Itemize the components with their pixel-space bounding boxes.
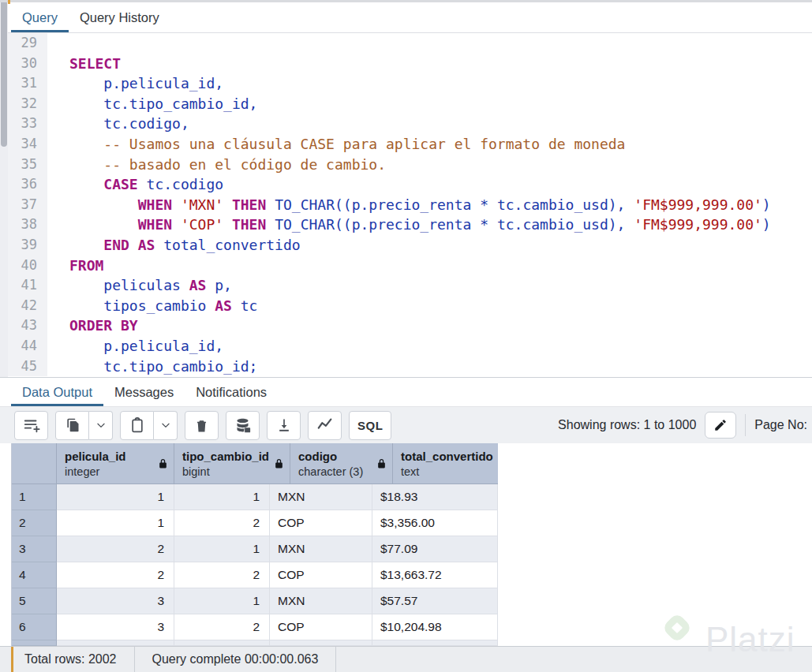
cell-codigo[interactable]: COP xyxy=(270,562,372,588)
code-text: ORDER BY xyxy=(47,315,138,336)
code-line: 37 WHEN 'MXN' THEN TO_CHAR((p.precio_ren… xyxy=(8,195,812,215)
line-number: 29 xyxy=(8,33,47,54)
code-line: 44 p.pelicula_id, xyxy=(8,336,812,357)
chevron-down-icon xyxy=(95,420,107,431)
code-text: p.pelicula_id, xyxy=(47,336,223,357)
connection-color-marker xyxy=(8,0,10,4)
table-row: 212COP$3,356.00 xyxy=(12,510,498,536)
cell-total_convertido[interactable]: $3,356.00 xyxy=(372,510,498,536)
code-text: tc.tipo_cambio_id, xyxy=(47,94,257,114)
query-tool-window: Query Query History 2930SELECT31 p.pelic… xyxy=(0,0,812,672)
line-number: 44 xyxy=(8,336,47,357)
results-grid: pelicula_idintegertipo_cambio_idbigintco… xyxy=(11,443,498,646)
cell-tipo_cambio_id[interactable]: 1 xyxy=(174,484,270,510)
table-row: 321MXN$77.09 xyxy=(12,536,498,562)
code-line: 35 -- basado en el código de cambio. xyxy=(8,155,812,175)
code-line: 32 tc.tipo_cambio_id, xyxy=(8,94,812,114)
code-text: END AS total_convertido xyxy=(47,235,301,256)
add-row-button[interactable] xyxy=(14,411,48,440)
download-button[interactable] xyxy=(267,411,301,440)
cell-pelicula_id[interactable]: 1 xyxy=(57,510,174,536)
cell-tipo_cambio_id[interactable]: 1 xyxy=(174,588,270,614)
row-number-cell[interactable]: 4 xyxy=(12,562,57,588)
tab-query[interactable]: Query xyxy=(11,2,69,32)
code-text: SELECT xyxy=(47,54,121,74)
column-header-codigo[interactable]: codigocharacter (3) xyxy=(290,443,393,484)
copy-options-button[interactable] xyxy=(89,411,113,440)
cell-pelicula_id[interactable]: 2 xyxy=(57,536,174,562)
cell-pelicula_id[interactable]: 1 xyxy=(57,484,174,510)
paste-options-button[interactable] xyxy=(154,411,178,440)
cell-pelicula_id[interactable]: 3 xyxy=(57,588,174,614)
code-line: 33 tc.codigo, xyxy=(8,114,812,134)
tab-query-history[interactable]: Query History xyxy=(69,2,170,32)
line-number: 42 xyxy=(8,296,47,316)
grid-header: pelicula_idintegertipo_cambio_idbigintco… xyxy=(12,443,498,484)
cell-codigo[interactable]: COP xyxy=(270,510,372,536)
cell-codigo[interactable]: MXN xyxy=(270,484,372,510)
sql-button-label: SQL xyxy=(357,419,383,432)
column-name: total_convertido xyxy=(401,449,497,465)
row-number-cell[interactable]: 5 xyxy=(12,588,57,614)
table-row: 632COP$10,204.98 xyxy=(12,614,498,640)
code-text xyxy=(47,33,69,54)
editor-scrollbar[interactable] xyxy=(0,0,8,377)
line-number: 31 xyxy=(8,73,47,94)
tab-messages[interactable]: Messages xyxy=(103,378,185,406)
line-number: 41 xyxy=(8,275,47,296)
code-line: 43ORDER BY xyxy=(8,315,812,336)
cell-tipo_cambio_id[interactable]: 2 xyxy=(174,510,270,536)
code-line: 38 WHEN 'COP' THEN TO_CHAR((p.precio_ren… xyxy=(8,215,812,235)
copy-button[interactable] xyxy=(55,411,89,440)
cell-codigo[interactable]: MXN xyxy=(270,536,372,562)
column-type: bigint xyxy=(182,465,269,480)
column-header-total_convertido[interactable]: total_convertidotext xyxy=(393,443,498,484)
tab-notifications[interactable]: Notifications xyxy=(185,378,278,406)
graph-visualiser-button[interactable] xyxy=(308,411,342,440)
tab-notifications-label: Notifications xyxy=(196,385,267,400)
line-number: 43 xyxy=(8,315,47,336)
table-row: 531MXN$57.57 xyxy=(12,588,498,614)
cell-total_convertido[interactable]: $18.93 xyxy=(372,484,498,510)
copy-icon xyxy=(65,417,80,433)
edit-rows-button[interactable] xyxy=(705,412,736,439)
cell-tipo_cambio_id[interactable]: 2 xyxy=(174,562,270,588)
cell-total_convertido[interactable]: $77.09 xyxy=(372,536,498,562)
cell-tipo_cambio_id[interactable]: 1 xyxy=(174,536,270,562)
cell-total_convertido[interactable]: $10,204.98 xyxy=(372,614,498,640)
cell-total_convertido[interactable]: $13,663.72 xyxy=(372,562,498,588)
row-number-cell[interactable]: 1 xyxy=(12,484,57,510)
code-text: tc.tipo_cambio_id; xyxy=(47,357,257,377)
editor-scrollbar-thumb[interactable] xyxy=(1,0,7,147)
tab-messages-label: Messages xyxy=(114,385,174,400)
table-row: 111MXN$18.93 xyxy=(12,484,498,510)
code-line: 45 tc.tipo_cambio_id; xyxy=(8,357,812,377)
code-text: WHEN 'MXN' THEN TO_CHAR((p.precio_renta … xyxy=(47,195,771,215)
paste-button[interactable] xyxy=(120,411,154,440)
save-data-changes-button[interactable] xyxy=(226,411,260,440)
cell-codigo[interactable]: MXN xyxy=(270,588,372,614)
add-row-icon xyxy=(23,416,40,434)
delete-row-button[interactable] xyxy=(185,411,219,440)
row-number-cell[interactable]: 6 xyxy=(12,614,57,640)
row-number-cell[interactable]: 3 xyxy=(12,536,57,562)
code-text: p.pelicula_id, xyxy=(47,73,223,94)
cell-pelicula_id[interactable]: 2 xyxy=(57,562,174,588)
query-complete-status: Query complete 00:00:00.063 xyxy=(135,647,337,672)
cell-pelicula_id[interactable]: 3 xyxy=(57,614,174,640)
column-header-tipo_cambio_id[interactable]: tipo_cambio_idbigint xyxy=(174,443,290,484)
code-line: 42 tipos_cambio AS tc xyxy=(8,296,812,316)
cell-tipo_cambio_id[interactable]: 2 xyxy=(174,614,270,640)
editor-tabbar: Query Query History xyxy=(8,2,812,33)
grid-corner-cell[interactable] xyxy=(12,443,57,484)
cell-total_convertido[interactable]: $57.57 xyxy=(372,588,498,614)
cell-codigo[interactable]: COP xyxy=(270,614,372,640)
row-number-cell[interactable]: 2 xyxy=(12,510,57,536)
column-header-pelicula_id[interactable]: pelicula_idinteger xyxy=(57,443,174,484)
tab-data-output-label: Data Output xyxy=(22,385,92,400)
code-line: 41 peliculas AS p, xyxy=(8,275,812,296)
sql-editor[interactable]: 2930SELECT31 p.pelicula_id,32 tc.tipo_ca… xyxy=(8,33,812,377)
show-sql-button[interactable]: SQL xyxy=(349,411,391,440)
tab-data-output[interactable]: Data Output xyxy=(11,378,103,406)
line-number: 40 xyxy=(8,256,47,276)
